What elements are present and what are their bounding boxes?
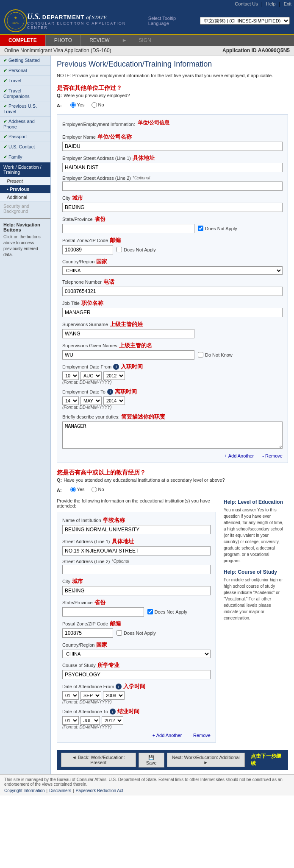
emp-date-to-month-select[interactable]: MAY xyxy=(80,396,102,405)
edu-city-input[interactable] xyxy=(62,586,211,595)
emp-date-to-day-select[interactable]: 14 xyxy=(62,396,79,405)
employer-country-label-en: Country/Region xyxy=(62,259,94,264)
education-yes-radio[interactable] xyxy=(70,487,76,492)
duties-label-en: Briefly describe your duties: xyxy=(62,414,119,419)
language-dropdown[interactable]: 中文(简体) | (CHINESE-SIMPLIFIED) xyxy=(200,17,290,25)
emp-date-to-year-select[interactable]: 2014 xyxy=(103,396,125,405)
sidebar-item-prev-us-travel[interactable]: ✔Previous U.S. Travel xyxy=(0,101,50,117)
edu-street2-input[interactable] xyxy=(62,565,211,574)
edu-state-dna-label[interactable]: Does Not Apply xyxy=(147,609,187,614)
edu-street2-field: Street Address (Line 2) *Optional xyxy=(62,559,211,574)
sidebar-sub-previous[interactable]: Previous xyxy=(0,185,50,193)
edu-date-to-label-cn: 结业时间 xyxy=(117,708,139,715)
education-no-radio[interactable] xyxy=(92,487,97,492)
sidebar-item-passport[interactable]: ✔Passport xyxy=(0,132,50,142)
employment-no-radio[interactable] xyxy=(92,102,97,108)
edu-date-from-month-select[interactable]: SEP xyxy=(80,691,101,700)
sidebar-item-work-education[interactable]: Work / Education / Training xyxy=(0,162,50,177)
supervisor-surname-input[interactable] xyxy=(62,329,194,338)
sidebar-item-us-contact[interactable]: ✔U.S. Contact xyxy=(0,142,50,152)
supervisor-given-dnk-checkbox[interactable] xyxy=(198,352,203,357)
edu-country-select[interactable]: CHINA xyxy=(62,650,211,658)
edu-state-input[interactable] xyxy=(62,607,144,617)
emp-date-to-field: Employment Date To i 离职时间 14 MAY 2014 (F… xyxy=(62,388,283,410)
edu-postal-dna-checkbox[interactable] xyxy=(116,630,122,636)
help-link[interactable]: Help xyxy=(266,1,276,6)
sidebar-item-travel-companions[interactable]: ✔Travel Companions xyxy=(0,86,50,101)
employer-postal-dna-label[interactable]: Does Not Apply xyxy=(116,247,156,252)
employer-country-select[interactable]: CHINA xyxy=(62,266,283,275)
sidebar-sub-additional[interactable]: Additional xyxy=(0,193,50,201)
supervisor-given-dnk-label[interactable]: Do Not Know xyxy=(198,352,233,357)
sidebar-item-address-phone[interactable]: ✔Address and Phone xyxy=(0,117,50,132)
emp-date-from-month-select[interactable]: AUG xyxy=(80,371,102,380)
tab-photo[interactable]: PHOTO xyxy=(46,35,81,46)
education-remove[interactable]: Remove xyxy=(190,733,211,738)
employment-yes-label[interactable]: Yes xyxy=(70,102,85,108)
sidebar-item-travel[interactable]: ✔Travel xyxy=(0,76,50,86)
course-input[interactable] xyxy=(62,670,211,679)
employer-name-input[interactable] xyxy=(62,142,283,151)
emp-date-from-info[interactable]: i xyxy=(113,364,119,370)
employer-city-input[interactable] xyxy=(62,203,283,212)
employment-no-label[interactable]: No xyxy=(92,102,104,108)
duties-textarea[interactable]: MANAGER xyxy=(62,421,283,449)
sidebar-help-title: Help: Navigation Buttons xyxy=(3,222,47,232)
exit-link[interactable]: Exit xyxy=(284,1,291,6)
sidebar-item-family[interactable]: ✔Family xyxy=(0,152,50,162)
institution-name-input[interactable] xyxy=(62,525,211,534)
sidebar-sub-present[interactable]: Present xyxy=(0,177,50,185)
main-content: Previous Work/Education/Training Informa… xyxy=(51,56,294,774)
back-button[interactable]: ◄ Back: Work/Education: Present xyxy=(61,753,136,767)
job-title-input[interactable] xyxy=(62,308,283,317)
edu-street1-input[interactable] xyxy=(62,546,211,555)
tab-complete[interactable]: COMPLETE xyxy=(0,35,46,46)
sidebar-item-personal[interactable]: ✔Personal xyxy=(0,66,50,76)
sidebar-item-security[interactable]: Security and Background xyxy=(0,201,50,216)
edu-postal-dna-label[interactable]: Does Not Apply xyxy=(116,630,156,636)
edu-date-to-day-select[interactable]: 01 xyxy=(62,716,79,725)
emp-date-from-field: Employment Date From i 入职时间 10 AUG 2012 … xyxy=(62,363,283,385)
employer-state-input[interactable] xyxy=(62,224,194,233)
contact-us-link[interactable]: Contact Us xyxy=(235,1,258,6)
education-no-label[interactable]: No xyxy=(92,487,104,492)
tab-sign[interactable]: SIGN xyxy=(130,35,160,46)
edu-date-from-day-select[interactable]: 01 xyxy=(62,691,79,700)
edu-date-from-year-select[interactable]: 2008 xyxy=(103,691,125,700)
edu-postal-input[interactable] xyxy=(62,628,113,638)
employer-phone-input[interactable] xyxy=(62,287,283,296)
sidebar-item-getting-started[interactable]: ✔Getting Started xyxy=(0,56,50,66)
emp-date-from-day-select[interactable]: 10 xyxy=(62,371,79,380)
edu-state-dna-checkbox[interactable] xyxy=(147,609,153,614)
employer-state-dna-checkbox[interactable] xyxy=(198,226,203,231)
emp-date-from-year-select[interactable]: 2012 xyxy=(103,371,125,380)
employment-add-another[interactable]: Add Another xyxy=(225,453,254,458)
institution-name-label-en: Name of Institution xyxy=(62,518,101,523)
edu-date-to-month-select[interactable]: JUL xyxy=(80,716,100,725)
emp-date-to-info[interactable]: i xyxy=(107,389,113,395)
employer-postal-input[interactable] xyxy=(62,245,113,254)
paperwork-link[interactable]: Paperwork Reduction Act xyxy=(76,788,123,793)
employer-street1-input[interactable] xyxy=(62,163,283,172)
next-button[interactable]: Next: Work/Education: Additional ► xyxy=(167,753,245,767)
education-help-panel: Help: Level of Education You must answer… xyxy=(220,496,288,746)
employment-yes-radio[interactable] xyxy=(70,102,76,108)
education-yes-label[interactable]: Yes xyxy=(70,487,85,492)
employer-state-dna-label[interactable]: Does Not Apply xyxy=(198,226,237,231)
edu-date-from-info[interactable]: i xyxy=(116,684,122,689)
education-add-another[interactable]: Add Another xyxy=(153,733,182,738)
sidebar-help: Help: Navigation Buttons Click on the bu… xyxy=(0,218,50,261)
disclaimers-link[interactable]: Disclaimers xyxy=(49,788,71,793)
employment-remove[interactable]: Remove xyxy=(262,453,283,458)
save-button[interactable]: 💾 Save xyxy=(139,753,164,768)
edu-date-to-field: Date of Attendance To i 结业时间 01 JUL 2012… xyxy=(62,708,211,729)
edu-date-to-info[interactable]: i xyxy=(110,709,116,714)
employer-postal-dna-checkbox[interactable] xyxy=(116,247,122,252)
employer-street2-input[interactable] xyxy=(62,181,283,191)
copyright-link[interactable]: Copyright Information xyxy=(4,788,45,793)
edu-postal-field: Postal Zone/ZIP Code 邮编 Does Not Apply xyxy=(62,620,211,638)
tab-review[interactable]: REVIEW xyxy=(81,35,118,46)
edu-date-to-year-select[interactable]: 2012 xyxy=(102,716,123,725)
supervisor-given-input[interactable] xyxy=(62,350,194,360)
employer-street2-field: Employer Street Address (Line 2) *Option… xyxy=(62,176,283,191)
